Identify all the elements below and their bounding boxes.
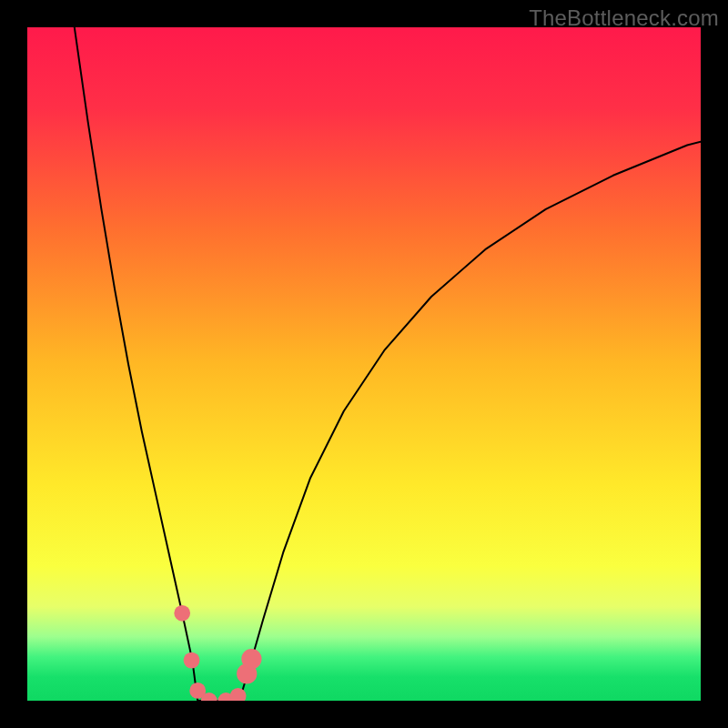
data-marker bbox=[184, 652, 200, 669]
watermark-text: TheBottleneck.com bbox=[529, 5, 719, 31]
data-marker bbox=[241, 649, 261, 669]
plot-area bbox=[27, 27, 701, 701]
bottleneck-curve bbox=[27, 27, 701, 701]
data-marker bbox=[174, 605, 190, 622]
data-marker bbox=[230, 688, 247, 701]
chart-frame: TheBottleneck.com bbox=[0, 0, 728, 728]
